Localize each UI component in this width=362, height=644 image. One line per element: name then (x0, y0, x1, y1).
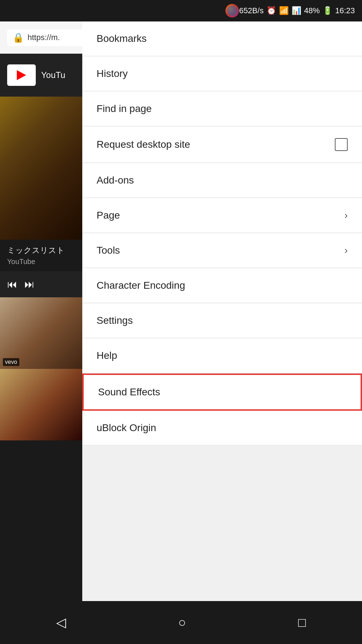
yt-title: YouTu (41, 70, 65, 80)
menu-item-label: Character Encoding (97, 280, 185, 291)
status-bar: 652B/s ⏰ 📶 📊 48% 🔋 16:23 (0, 0, 362, 21)
menu-item-help[interactable]: Help (82, 338, 362, 373)
url-text: https://m. (28, 33, 60, 42)
yt-play-icon (17, 70, 26, 80)
yt-next-btn[interactable]: ⏭ (24, 278, 34, 290)
menu-item-label: History (97, 68, 128, 79)
signal-icon: 📊 (292, 6, 301, 15)
lock-icon: 🔒 (13, 32, 24, 43)
menu-item-label: Page (97, 210, 120, 221)
menu-item-right (335, 138, 348, 151)
vevo-badge: vevo (3, 358, 19, 366)
menu-item-request-desktop-site[interactable]: Request desktop site (82, 127, 362, 163)
battery-icon: 🔋 (323, 6, 332, 15)
yt-mix-sub: YouTube (7, 258, 82, 266)
yt-thumb-2[interactable] (0, 369, 89, 440)
wifi-icon: 📶 (279, 6, 289, 15)
yt-thumb-1[interactable]: vevo (0, 297, 89, 369)
checkbox-icon[interactable] (335, 138, 348, 151)
yt-logo (7, 64, 36, 86)
yt-header: YouTu (0, 54, 89, 97)
menu-item-label: Tools (97, 245, 120, 256)
menu-item-label: Find in page (97, 103, 152, 114)
yt-thumbnail (0, 97, 89, 240)
menu-item-label: Bookmarks (97, 33, 147, 44)
yt-thumb-bg (0, 97, 89, 240)
menu-item-tools[interactable]: Tools› (82, 233, 362, 268)
menu-item-bookmarks[interactable]: Bookmarks (82, 21, 362, 56)
yt-info: ミックスリスト YouTube (0, 240, 89, 271)
menu-item-label: Help (97, 350, 117, 361)
status-right: 652B/s ⏰ 📶 📊 48% 🔋 16:23 (239, 6, 355, 15)
home-button[interactable]: ○ (178, 615, 186, 630)
menu-item-sound-effects[interactable]: Sound Effects (82, 374, 362, 411)
menu-item-label: Sound Effects (98, 386, 160, 398)
yt-prev-btn[interactable]: ⏮ (7, 278, 17, 290)
menu-item-label: Settings (97, 315, 133, 326)
youtube-area: YouTu ミックスリスト YouTube ⏮ ⏭ vevo (0, 54, 89, 601)
menu-item-ublock-origin[interactable]: uBlock Origin (82, 411, 362, 445)
menu-item-settings[interactable]: Settings (82, 303, 362, 338)
chevron-right-icon: › (344, 245, 348, 256)
battery-level: 48% (304, 6, 320, 15)
menu-item-page[interactable]: Page› (82, 198, 362, 233)
yt-controls: ⏮ ⏭ (0, 271, 89, 297)
menu-item-label: Add-ons (97, 175, 134, 186)
nav-bar: ◁ ○ □ (0, 601, 362, 644)
recent-button[interactable]: □ (298, 615, 306, 630)
menu-item-label: Request desktop site (97, 139, 190, 150)
yt-mix-title: ミックスリスト (7, 245, 82, 256)
menu-item-right: › (344, 210, 348, 221)
firefox-icon (225, 4, 239, 18)
menu-item-find-in-page[interactable]: Find in page (82, 92, 362, 126)
back-button[interactable]: ◁ (56, 615, 66, 630)
menu-item-character-encoding[interactable]: Character Encoding (82, 268, 362, 303)
clock: 16:23 (335, 6, 355, 15)
browser-menu: BookmarksHistoryFind in pageRequest desk… (82, 21, 362, 601)
menu-item-label: uBlock Origin (97, 422, 156, 434)
chevron-right-icon: › (344, 210, 348, 221)
menu-item-add-ons[interactable]: Add-ons (82, 163, 362, 198)
alarm-icon: ⏰ (266, 6, 276, 15)
menu-item-right: › (344, 245, 348, 256)
network-speed: 652B/s (239, 6, 264, 15)
menu-item-history[interactable]: History (82, 57, 362, 91)
